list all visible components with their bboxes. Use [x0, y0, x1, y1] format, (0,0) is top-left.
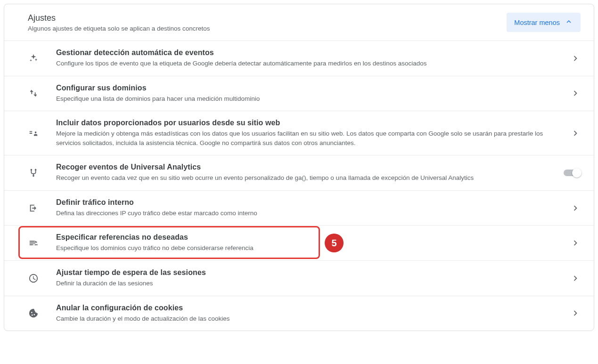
- fork-icon: [28, 167, 39, 178]
- filter-list-icon: [28, 237, 39, 249]
- row-title: Configurar sus dominios: [56, 84, 561, 92]
- settings-subtitle: Algunos ajustes de etiqueta solo se apli…: [28, 25, 210, 32]
- row-title: Especificar referencias no deseadas: [56, 233, 561, 242]
- exit-icon: [28, 202, 39, 214]
- chevron-right-icon: [570, 308, 581, 318]
- settings-row-1[interactable]: Configurar sus dominiosEspecifique una l…: [4, 76, 594, 112]
- chevron-right-icon: [570, 273, 581, 283]
- clock-icon: [28, 273, 39, 284]
- row-description: Configure los tipos de evento que la eti…: [56, 59, 561, 68]
- settings-rows: Gestionar detección automática de evento…: [4, 41, 594, 331]
- settings-row-0[interactable]: Gestionar detección automática de evento…: [4, 41, 594, 76]
- user-tag-icon: [28, 128, 39, 139]
- row-description: Defina las direcciones IP cuyo tráfico d…: [56, 209, 561, 218]
- row-description: Especifique los dominios cuyo tráfico no…: [56, 243, 561, 253]
- toggle-track[interactable]: [564, 170, 581, 176]
- chevron-right-icon: [570, 203, 581, 213]
- row-text: Especificar referencias no deseadasEspec…: [56, 233, 570, 253]
- settings-row-4[interactable]: Definir tráfico internoDefina las direcc…: [4, 191, 594, 226]
- row-text: Gestionar detección automática de evento…: [56, 49, 570, 68]
- show-less-button[interactable]: Mostrar menos: [507, 13, 581, 32]
- row-text: Definir tráfico internoDefina las direcc…: [56, 198, 570, 218]
- settings-row-2[interactable]: Incluir datos proporcionados por usuario…: [4, 111, 594, 155]
- chevron-right-icon: [570, 128, 581, 138]
- header-text: Ajustes Algunos ajustes de etiqueta solo…: [28, 13, 210, 32]
- row-title: Definir tráfico interno: [56, 198, 561, 207]
- cookie-icon: [28, 307, 39, 319]
- chevron-right-icon: [570, 88, 581, 98]
- sparkle-icon: [28, 53, 39, 64]
- settings-row-7[interactable]: Anular la configuración de cookiesCambie…: [4, 296, 594, 331]
- row-description: Mejore la medición y obtenga más estadís…: [56, 129, 561, 147]
- row-title: Gestionar detección automática de evento…: [56, 49, 561, 57]
- row-title: Ajustar tiempo de espera de las sesiones: [56, 268, 561, 277]
- chevron-up-icon: [565, 17, 573, 27]
- row-title: Anular la configuración de cookies: [56, 304, 561, 312]
- row-title: Recoger eventos de Universal Analytics: [56, 163, 554, 171]
- row-description: Especifique una lista de dominios para h…: [56, 94, 561, 104]
- settings-row-3[interactable]: Recoger eventos de Universal AnalyticsRe…: [4, 155, 594, 191]
- row-text: Ajustar tiempo de espera de las sesiones…: [56, 268, 570, 288]
- row-text: Incluir datos proporcionados por usuario…: [56, 119, 570, 147]
- settings-row-5[interactable]: Especificar referencias no deseadasEspec…: [4, 226, 594, 261]
- row-description: Cambie la duración y el modo de actualiz…: [56, 314, 561, 324]
- arrows-swap-icon: [28, 88, 39, 99]
- row-description: Definir la duración de las sesiones: [56, 279, 561, 288]
- show-less-label: Mostrar menos: [514, 19, 560, 26]
- row-text: Recoger eventos de Universal AnalyticsRe…: [56, 163, 564, 183]
- toggle-switch[interactable]: [564, 170, 581, 176]
- chevron-right-icon: [570, 53, 581, 64]
- row-description: Recoger un evento cada vez que en su sit…: [56, 173, 554, 183]
- settings-card: Ajustes Algunos ajustes de etiqueta solo…: [4, 4, 594, 331]
- settings-title: Ajustes: [28, 13, 210, 23]
- settings-row-6[interactable]: Ajustar tiempo de espera de las sesiones…: [4, 261, 594, 296]
- chevron-right-icon: [570, 238, 581, 248]
- row-title: Incluir datos proporcionados por usuario…: [56, 119, 561, 127]
- settings-header: Ajustes Algunos ajustes de etiqueta solo…: [4, 4, 594, 41]
- row-text: Configurar sus dominiosEspecifique una l…: [56, 84, 570, 104]
- row-text: Anular la configuración de cookiesCambie…: [56, 304, 570, 324]
